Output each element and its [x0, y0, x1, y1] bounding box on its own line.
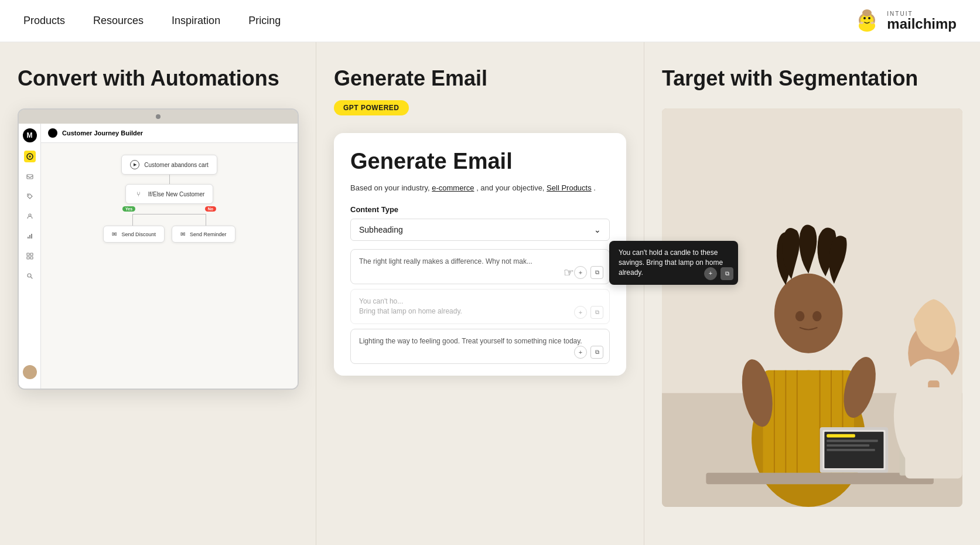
- email-gen-desc: Based on your industry, e-commerce , and…: [350, 182, 610, 194]
- tooltip-actions: + ⧉: [704, 267, 733, 280]
- option-3-text: Lighting the way to feeling good. Treat …: [359, 337, 582, 345]
- svg-point-4: [862, 9, 872, 16]
- app-header-logo: [48, 128, 57, 138]
- automations-title: Convert with Automations: [18, 66, 292, 91]
- sidebar-icon-tags[interactable]: [24, 190, 36, 202]
- sidebar-logo: M: [23, 128, 37, 142]
- mailchimp-label: mailchimp: [887, 17, 957, 31]
- app-content: Customer Journey Builder ▶ Customer aban…: [41, 124, 298, 389]
- section-ai: Generate Email GPT POWERED Generate Emai…: [316, 42, 644, 545]
- send-reminder-node[interactable]: ✉ Send Reminder: [172, 226, 235, 243]
- svg-point-30: [795, 311, 805, 321]
- selected-option-label: Subheading: [359, 225, 403, 234]
- tooltip-copy-btn[interactable]: ⧉: [721, 267, 733, 280]
- trigger-icon: ▶: [130, 160, 139, 169]
- content-option-1[interactable]: The right light really makes a differenc…: [350, 249, 610, 284]
- photo-area: [662, 108, 962, 507]
- objective-link[interactable]: Sell Products: [547, 183, 592, 192]
- option-2-copy-btn[interactable]: ⧉: [590, 306, 603, 319]
- trigger-node[interactable]: ▶ Customer abandons cart: [121, 155, 217, 175]
- option-1-copy-btn[interactable]: ⧉: [590, 266, 603, 279]
- laptop-top-bar: [19, 110, 298, 124]
- option-1-text: The right light really makes a differenc…: [359, 257, 532, 265]
- nav-links: Products Resources Inspiration Pricing: [23, 15, 281, 27]
- option-3-copy-btn[interactable]: ⧉: [590, 346, 603, 359]
- svg-point-3: [868, 17, 870, 19]
- logo: intuit mailchimp: [853, 7, 957, 35]
- journey-canvas: ▶ Customer abandons cart ⑂ If/Else New C…: [41, 143, 298, 254]
- option-3-actions: + ⧉: [574, 346, 603, 359]
- svg-point-31: [812, 311, 822, 321]
- nav-link-pricing[interactable]: Pricing: [248, 15, 281, 27]
- laptop-camera: [156, 114, 161, 119]
- condition-label: If/Else New Customer: [148, 191, 205, 197]
- svg-rect-13: [31, 234, 32, 239]
- send-discount-label: Send Discount: [121, 231, 156, 237]
- nav-link-inspiration[interactable]: Inspiration: [172, 15, 220, 27]
- svg-rect-12: [29, 235, 30, 239]
- content-option-3[interactable]: Lighting the way to feeling good. Treat …: [350, 329, 610, 364]
- gpt-badge: GPT POWERED: [334, 100, 409, 115]
- tooltip-add-btn[interactable]: +: [704, 267, 717, 280]
- desc-start: Based on your industry,: [350, 183, 430, 192]
- svg-rect-40: [827, 449, 875, 451]
- navigation: Products Resources Inspiration Pricing i…: [0, 0, 980, 42]
- svg-point-10: [29, 214, 31, 216]
- scene-bg: [662, 108, 962, 507]
- content-type-dropdown[interactable]: Subheading ⌄: [350, 219, 610, 241]
- cursor-icon: ☞: [564, 264, 580, 281]
- svg-rect-17: [30, 257, 33, 259]
- option-2-text: You can't ho...Bring that lamp on home a…: [359, 297, 462, 315]
- industry-link[interactable]: e-commerce: [432, 183, 474, 192]
- nav-link-resources[interactable]: Resources: [93, 15, 144, 27]
- content-options: The right light really makes a differenc…: [350, 249, 610, 364]
- svg-rect-16: [27, 257, 29, 259]
- fork-icon: ⑂: [134, 189, 144, 199]
- option-2-add-btn[interactable]: +: [574, 306, 587, 319]
- sidebar-avatar[interactable]: [23, 365, 37, 379]
- svg-rect-38: [827, 440, 877, 442]
- ai-title: Generate Email: [334, 66, 626, 91]
- connector-1: [169, 175, 170, 184]
- laptop-mockup: M: [18, 108, 299, 390]
- sidebar-icon-campaigns[interactable]: [24, 171, 36, 182]
- app-header-title: Customer Journey Builder: [62, 130, 143, 137]
- svg-rect-41: [706, 473, 934, 484]
- section-segmentation: Target with Segmentation: [644, 42, 980, 545]
- svg-rect-49: [905, 387, 962, 478]
- segmentation-title: Target with Segmentation: [662, 66, 962, 91]
- bottom-nodes: ✉ Send Discount ✉ Send Reminder: [103, 226, 235, 243]
- email-gen-card: Generate Email Based on your industry, e…: [334, 133, 626, 376]
- no-badge: No: [205, 206, 216, 212]
- svg-rect-11: [28, 237, 29, 239]
- desc-end: .: [593, 183, 596, 192]
- yes-badge: Yes: [122, 206, 135, 212]
- sidebar-icon-grid[interactable]: [24, 250, 36, 262]
- svg-point-5: [860, 22, 863, 24]
- option-3-add-btn[interactable]: +: [574, 346, 587, 359]
- desc-mid: , and your objective,: [476, 183, 544, 192]
- svg-point-18: [28, 274, 31, 277]
- svg-point-9: [28, 195, 29, 196]
- svg-rect-15: [30, 253, 33, 256]
- nav-link-products[interactable]: Products: [23, 15, 65, 27]
- svg-point-29: [774, 274, 843, 353]
- send-discount-node[interactable]: ✉ Send Discount: [103, 226, 165, 243]
- svg-rect-39: [827, 444, 869, 447]
- content-type-label: Content Type: [350, 205, 610, 214]
- sidebar-icon-audience[interactable]: [24, 210, 36, 222]
- section-automations: Convert with Automations M: [0, 42, 316, 545]
- app-sidebar: M: [19, 124, 41, 389]
- tooltip-popup: You can't hold a candle to these savings…: [609, 241, 738, 284]
- sidebar-icon-journey[interactable]: [24, 151, 36, 162]
- svg-rect-37: [827, 434, 855, 438]
- condition-node[interactable]: ⑂ If/Else New Customer: [125, 184, 214, 204]
- app-header: Customer Journey Builder: [41, 124, 298, 143]
- scene-svg: [662, 108, 962, 507]
- sidebar-icon-search[interactable]: [24, 270, 36, 282]
- chevron-down-icon: ⌄: [594, 225, 601, 234]
- sidebar-icon-analytics[interactable]: [24, 230, 36, 242]
- mailchimp-icon: [853, 7, 881, 35]
- content-option-2[interactable]: You can't ho...Bring that lamp on home a…: [350, 289, 610, 324]
- hero-container: Convert with Automations M: [0, 42, 980, 545]
